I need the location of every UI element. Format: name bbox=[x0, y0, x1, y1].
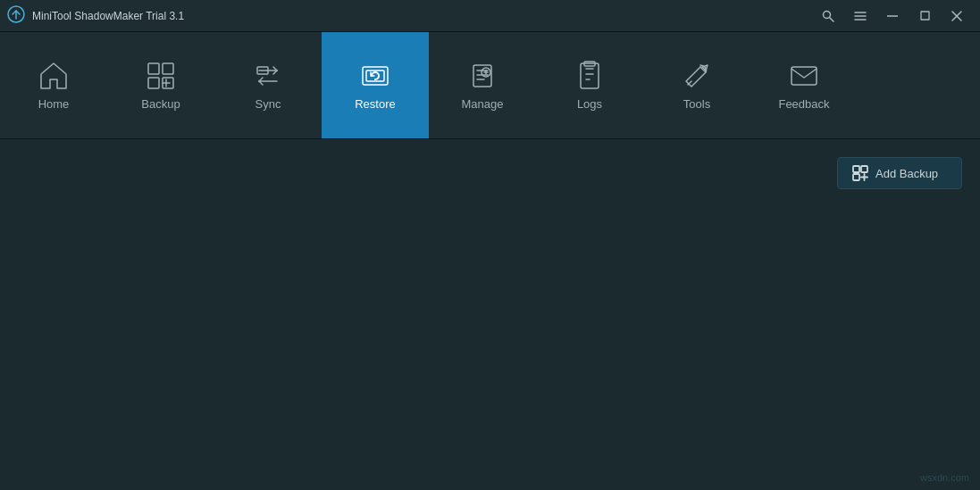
nav-tools[interactable]: Tools bbox=[643, 32, 750, 138]
svg-rect-7 bbox=[921, 12, 929, 20]
minimize-button[interactable] bbox=[876, 0, 909, 32]
tools-icon bbox=[681, 60, 713, 92]
home-label: Home bbox=[38, 97, 70, 111]
watermark: wsxdn.com bbox=[920, 472, 969, 483]
titlebar: MiniTool ShadowMaker Trial 3.1 bbox=[0, 0, 980, 32]
svg-rect-30 bbox=[853, 174, 859, 180]
navbar: Home Backup bbox=[0, 32, 980, 139]
app-title: MiniTool ShadowMaker Trial 3.1 bbox=[32, 10, 812, 22]
svg-rect-28 bbox=[853, 166, 859, 172]
main-content: Add Backup wsxdn.com bbox=[0, 139, 980, 490]
nav-backup[interactable]: Backup bbox=[107, 32, 214, 138]
tools-label: Tools bbox=[683, 97, 710, 111]
logs-label: Logs bbox=[577, 97, 602, 111]
svg-rect-10 bbox=[148, 63, 159, 74]
manage-icon bbox=[466, 60, 498, 92]
logs-icon bbox=[574, 60, 606, 92]
svg-rect-11 bbox=[163, 63, 173, 74]
nav-feedback[interactable]: Feedback bbox=[750, 32, 858, 138]
manage-label: Manage bbox=[462, 97, 504, 111]
menu-button[interactable] bbox=[844, 0, 876, 32]
svg-line-2 bbox=[830, 17, 834, 21]
add-backup-button[interactable]: Add Backup bbox=[837, 157, 962, 189]
nav-home[interactable]: Home bbox=[0, 32, 107, 138]
maximize-button[interactable] bbox=[909, 0, 941, 32]
home-icon bbox=[38, 60, 70, 92]
svg-rect-12 bbox=[148, 78, 159, 88]
feedback-label: Feedback bbox=[778, 97, 829, 111]
nav-restore[interactable]: Restore bbox=[322, 32, 429, 138]
svg-rect-27 bbox=[792, 67, 817, 85]
restore-icon bbox=[359, 60, 391, 92]
restore-label: Restore bbox=[355, 97, 396, 111]
nav-sync[interactable]: Sync bbox=[214, 32, 322, 138]
backup-label: Backup bbox=[141, 97, 180, 111]
app-logo bbox=[7, 5, 32, 27]
add-backup-label: Add Backup bbox=[875, 167, 938, 180]
close-button[interactable] bbox=[941, 0, 973, 32]
nav-manage[interactable]: Manage bbox=[429, 32, 536, 138]
sync-label: Sync bbox=[255, 97, 281, 111]
nav-logs[interactable]: Logs bbox=[536, 32, 643, 138]
feedback-icon bbox=[788, 60, 820, 92]
sync-icon bbox=[252, 60, 284, 92]
search-button[interactable] bbox=[812, 0, 844, 32]
svg-rect-24 bbox=[581, 63, 599, 88]
svg-rect-29 bbox=[861, 166, 867, 172]
backup-icon bbox=[145, 60, 177, 92]
add-backup-icon bbox=[852, 165, 868, 181]
